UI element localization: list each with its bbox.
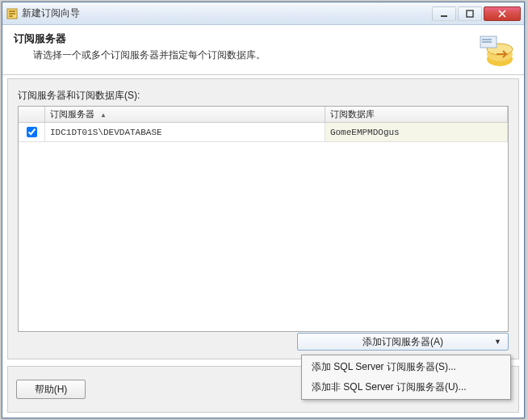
menu-item-add-nonsql[interactable]: 添加非 SQL Server 订阅服务器(U)... — [304, 377, 509, 397]
svg-rect-4 — [441, 15, 447, 17]
wizard-window: 新建订阅向导 订阅服务器 请选择一个或多个订阅服务器并指定每个订阅数据库。 — [2, 2, 525, 418]
col-server-header[interactable]: 订阅服务器 ▲ — [45, 107, 325, 123]
col-database-header[interactable]: 订阅数据库 — [325, 107, 507, 123]
table-row[interactable]: IDC1DT01S\DEVDATABASE GomeEMPMDOgus — [19, 123, 508, 142]
row-checkbox[interactable] — [27, 127, 37, 137]
add-subscriber-menu: 添加 SQL Server 订阅服务器(S)... 添加非 SQL Server… — [301, 355, 511, 400]
wizard-body: 订阅服务器和订阅数据库(S): 订阅服务器 ▲ 订阅数据库 — [7, 78, 519, 359]
svg-rect-1 — [9, 10, 15, 12]
svg-rect-3 — [9, 15, 13, 17]
svg-rect-5 — [467, 10, 473, 17]
col-checkbox-header[interactable] — [19, 107, 45, 123]
window-title: 新建订阅向导 — [22, 6, 430, 20]
svg-rect-2 — [9, 13, 15, 15]
titlebar[interactable]: 新建订阅向导 — [2, 2, 524, 25]
help-button[interactable]: 帮助(H) — [16, 380, 86, 399]
minimize-button[interactable] — [432, 6, 456, 21]
app-icon — [6, 7, 19, 20]
sort-asc-icon: ▲ — [100, 111, 107, 119]
header-subtitle: 请选择一个或多个订阅服务器并指定每个订阅数据库。 — [33, 48, 513, 62]
subscribers-grid[interactable]: 订阅服务器 ▲ 订阅数据库 IDC1DT01S\DEVDATABASE — [18, 106, 509, 332]
menu-item-add-sql[interactable]: 添加 SQL Server 订阅服务器(S)... — [304, 357, 509, 377]
add-subscriber-button[interactable]: 添加订阅服务器(A) ▼ — [297, 333, 509, 351]
close-button[interactable] — [484, 6, 521, 21]
row-server-cell[interactable]: IDC1DT01S\DEVDATABASE — [45, 123, 325, 142]
row-database-cell[interactable]: GomeEMPMDOgus — [325, 123, 507, 142]
add-subscriber-label: 添加订阅服务器(A) — [362, 335, 443, 349]
wizard-hero-icon — [476, 30, 516, 70]
chevron-down-icon: ▼ — [494, 338, 501, 346]
row-checkbox-cell[interactable] — [19, 123, 45, 142]
wizard-header: 订阅服务器 请选择一个或多个订阅服务器并指定每个订阅数据库。 — [2, 25, 524, 75]
svg-rect-11 — [482, 41, 492, 43]
col-server-label: 订阅服务器 — [50, 109, 94, 119]
maximize-button[interactable] — [458, 6, 482, 21]
header-title: 订阅服务器 — [14, 32, 513, 46]
col-database-label: 订阅数据库 — [330, 109, 375, 119]
grid-label: 订阅服务器和订阅数据库(S): — [18, 89, 509, 103]
svg-rect-10 — [482, 39, 492, 40]
